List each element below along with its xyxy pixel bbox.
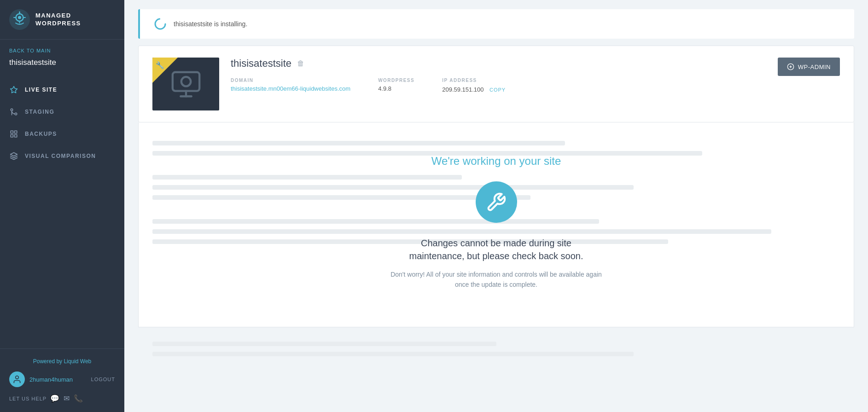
svg-marker-3 [11,87,17,93]
ip-copy-button[interactable]: COPY [489,87,506,93]
main-content: thisisatestsite is installing. 🔧 thisisa… [124,0,868,412]
ip-value: 209.59.151.100 [442,86,484,93]
sidebar-item-label: LIVE SITE [25,87,57,93]
installing-banner: thisisatestsite is installing. [138,9,854,39]
delete-icon[interactable]: 🗑 [297,59,304,68]
svg-point-2 [18,16,21,19]
svg-rect-8 [15,135,17,137]
star-icon [9,85,18,94]
phone-icon[interactable]: 📞 [74,394,83,403]
sidebar-nav: LIVE SITE STAGING BACKUPS [0,74,124,348]
maintenance-main-text: Changes cannot be made during site maint… [400,237,593,262]
logo-text: MANAGED WORDPRESS [35,12,81,28]
svg-rect-7 [15,131,17,133]
maintenance-area: We're working on your site Changes canno… [138,122,854,327]
thumbnail-wrench-icon: 🔧 [156,61,164,70]
current-site-name: thisisatestsite [0,56,124,74]
site-title: thisisatestsite [231,58,291,70]
sidebar-logo: MANAGED WORDPRESS [0,0,124,40]
svg-rect-9 [11,135,13,137]
chat-icon[interactable]: 💬 [50,394,60,403]
working-title: We're working on your site [431,155,561,168]
logo-icon [9,9,30,30]
site-thumbnail: 🔧 [152,58,219,110]
sidebar-item-visual-comparison[interactable]: VISUAL COMPARISON [0,145,124,167]
sidebar-item-staging[interactable]: STAGING [0,101,124,123]
sidebar-item-label: STAGING [25,109,54,115]
wordpress-version: 4.9.8 [378,85,414,92]
domain-group: DOMAIN thisisatestsite.mn00em66-liquidwe… [231,78,350,93]
username-label: 2human4human [29,376,87,383]
maintenance-overlay: We're working on your site Changes canno… [152,141,840,304]
sidebar-footer: Powered by Liquid Web 2human4human LOGOU… [0,348,124,412]
back-to-main-link[interactable]: BACK TO MAIN [0,40,124,56]
domain-label: DOMAIN [231,78,350,83]
logout-button[interactable]: LOGOUT [91,377,115,382]
let-us-help: LET US HELP 💬 ✉ 📞 [9,394,115,403]
svg-point-11 [16,376,19,379]
layers-icon [9,151,18,161]
wrench-circle [476,181,517,223]
powered-by-text: Powered by Liquid Web [9,358,115,365]
site-title-row: thisisatestsite 🗑 [231,58,766,70]
staging-icon [9,107,18,116]
sidebar: MANAGED WORDPRESS BACK TO MAIN thisisate… [0,0,124,412]
wordpress-label: WORDPRESS [378,78,414,83]
wordpress-group: WORDPRESS 4.9.8 [378,78,414,93]
ip-label: IP ADDRESS [442,78,506,83]
sidebar-item-label: BACKUPS [25,131,57,137]
user-row: 2human4human LOGOUT [9,371,115,387]
site-card: 🔧 thisisatestsite 🗑 DOMAIN thisisatestsi… [138,46,854,122]
maintenance-sub-text: Don't worry! All of your site informatio… [386,269,607,290]
svg-rect-6 [11,131,13,133]
site-meta: DOMAIN thisisatestsite.mn00em66-liquidwe… [231,78,766,93]
wp-admin-button[interactable]: WP-ADMIN [778,58,840,76]
site-info: thisisatestsite 🗑 DOMAIN thisisatestsite… [231,58,766,93]
svg-marker-10 [11,153,17,157]
spinner-icon [154,17,167,30]
svg-point-12 [155,19,165,29]
installing-text: thisisatestsite is installing. [174,20,247,28]
wp-icon [787,63,794,70]
sidebar-item-label: VISUAL COMPARISON [25,153,96,159]
wrench-icon [486,192,507,213]
backups-icon [9,129,18,139]
sidebar-item-live-site[interactable]: LIVE SITE [0,79,124,101]
domain-link[interactable]: thisisatestsite.mn00em66-liquidwebsites.… [231,85,350,92]
ip-group: IP ADDRESS 209.59.151.100 COPY [442,78,506,93]
sidebar-item-backups[interactable]: BACKUPS [0,123,124,145]
email-icon[interactable]: ✉ [64,394,70,403]
avatar [9,371,25,387]
svg-point-16 [181,76,190,86]
